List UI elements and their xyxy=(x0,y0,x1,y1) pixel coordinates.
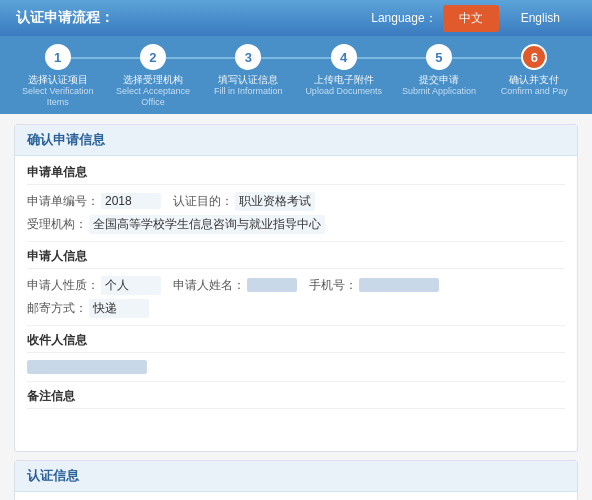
office-value: 全国高等学校学生信息咨询与就业指导中心 xyxy=(89,215,325,234)
confirm-section-body: 申请单信息 申请单编号： 2018 认证目的： 职业资格考试 受理机构： 全国高… xyxy=(15,156,577,451)
step-2-circle: 2 xyxy=(140,44,166,70)
steps-container: 1 选择认证项目 Select Verification Items 2 选择受… xyxy=(10,44,582,108)
applicant-row: 申请人性质： 个人 申请人姓名： 手机号： 邮寄方式： 快递 xyxy=(27,273,565,321)
steps-bar: 1 选择认证项目 Select Verification Items 2 选择受… xyxy=(0,36,592,114)
name-value xyxy=(247,278,297,292)
office-label: 受理机构： xyxy=(27,216,87,233)
language-selector: Language： 中文 English xyxy=(371,5,576,32)
post-value: 快递 xyxy=(89,299,149,318)
page-title: 认证申请流程： xyxy=(16,9,114,27)
step-1-en: Select Verification Items xyxy=(10,86,105,108)
cert-section: 认证信息 认证项目 认证概要 单价 份数 小计 高等学历认证 xyxy=(14,460,578,500)
step-6: 6 确认并支付 Confirm and Pay xyxy=(487,44,582,97)
step-2-zh: 选择受理机构 xyxy=(123,73,183,86)
step-2: 2 选择受理机构 Select Acceptance Office xyxy=(105,44,200,108)
step-3-circle: 3 xyxy=(235,44,261,70)
step-1-circle: 1 xyxy=(45,44,71,70)
post-field: 邮寄方式： 快递 xyxy=(27,299,149,318)
step-2-en: Select Acceptance Office xyxy=(105,86,200,108)
phone-field: 手机号： xyxy=(309,276,439,295)
order-value: 2018 xyxy=(101,193,161,209)
step-6-circle: 6 xyxy=(521,44,547,70)
step-4: 4 上传电子附件 Upload Documents xyxy=(296,44,391,97)
name-field: 申请人姓名： xyxy=(173,276,297,295)
remark-row xyxy=(27,413,565,433)
step-4-en: Upload Documents xyxy=(305,86,382,97)
type-value: 个人 xyxy=(101,276,161,295)
lang-zh-button[interactable]: 中文 xyxy=(443,5,499,32)
step-5-en: Submit Application xyxy=(402,86,476,97)
step-1: 1 选择认证项目 Select Verification Items xyxy=(10,44,105,108)
applicant-subsection: 申请人信息 申请人性质： 个人 申请人姓名： 手机号： xyxy=(27,248,565,326)
remark-title: 备注信息 xyxy=(27,388,565,409)
recipient-value xyxy=(27,360,147,374)
office-field: 受理机构： 全国高等学校学生信息咨询与就业指导中心 xyxy=(27,215,325,234)
step-5: 5 提交申请 Submit Application xyxy=(391,44,486,97)
name-label: 申请人姓名： xyxy=(173,277,245,294)
step-5-circle: 5 xyxy=(426,44,452,70)
step-3-zh: 填写认证信息 xyxy=(218,73,278,86)
order-field: 申请单编号： 2018 xyxy=(27,192,161,211)
type-label: 申请人性质： xyxy=(27,277,99,294)
step-6-en: Confirm and Pay xyxy=(501,86,568,97)
cert-section-body: 认证项目 认证概要 单价 份数 小计 高等学历认证 95.00元 xyxy=(15,492,577,500)
step-4-circle: 4 xyxy=(331,44,357,70)
cert-purpose-field: 认证目的： 职业资格考试 xyxy=(173,192,315,211)
step-5-zh: 提交申请 xyxy=(419,73,459,86)
step-4-zh: 上传电子附件 xyxy=(314,73,374,86)
recipient-title: 收件人信息 xyxy=(27,332,565,353)
type-field: 申请人性质： 个人 xyxy=(27,276,161,295)
cert-purpose-label: 认证目的： xyxy=(173,193,233,210)
header-bar: 认证申请流程： Language： 中文 English xyxy=(0,0,592,36)
apply-unit-title: 申请单信息 xyxy=(27,164,565,185)
step-3: 3 填写认证信息 Fill in Information xyxy=(201,44,296,97)
apply-unit-subsection: 申请单信息 申请单编号： 2018 认证目的： 职业资格考试 受理机构： 全国高… xyxy=(27,164,565,242)
phone-label: 手机号： xyxy=(309,277,357,294)
remark-subsection: 备注信息 xyxy=(27,388,565,437)
step-3-en: Fill in Information xyxy=(214,86,283,97)
confirm-section-header: 确认申请信息 xyxy=(15,125,577,156)
applicant-title: 申请人信息 xyxy=(27,248,565,269)
main-content: 确认申请信息 申请单信息 申请单编号： 2018 认证目的： 职业资格考试 受理… xyxy=(0,114,592,500)
cert-purpose-value: 职业资格考试 xyxy=(235,192,315,211)
recipient-subsection: 收件人信息 xyxy=(27,332,565,382)
post-label: 邮寄方式： xyxy=(27,300,87,317)
lang-en-button[interactable]: English xyxy=(505,6,576,30)
order-label: 申请单编号： xyxy=(27,193,99,210)
cert-section-header: 认证信息 xyxy=(15,461,577,492)
confirm-section: 确认申请信息 申请单信息 申请单编号： 2018 认证目的： 职业资格考试 受理… xyxy=(14,124,578,452)
apply-unit-row: 申请单编号： 2018 认证目的： 职业资格考试 受理机构： 全国高等学校学生信… xyxy=(27,189,565,237)
language-label: Language： xyxy=(371,10,436,27)
step-6-zh: 确认并支付 xyxy=(509,73,559,86)
recipient-row xyxy=(27,357,565,377)
step-1-zh: 选择认证项目 xyxy=(28,73,88,86)
phone-value xyxy=(359,278,439,292)
